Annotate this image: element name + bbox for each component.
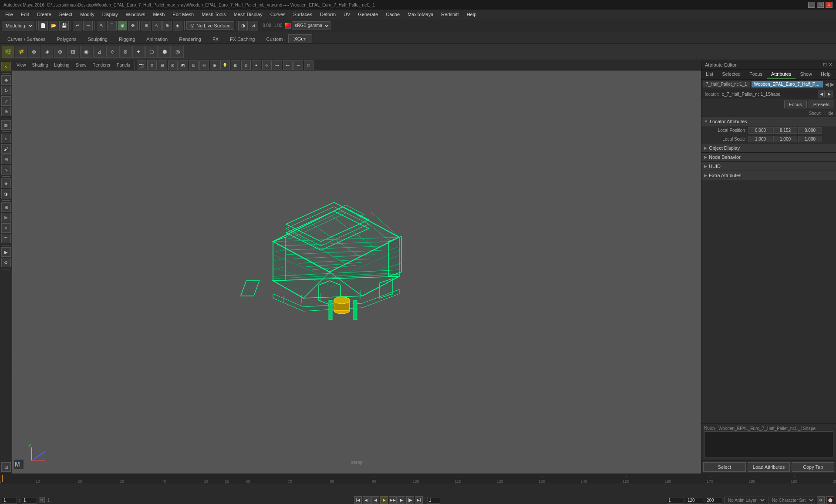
- select-tool-button[interactable]: ↖: [97, 21, 106, 30]
- shelf-tab-curves-surfaces[interactable]: Curves / Surfaces: [2, 35, 51, 43]
- shelf-icon-11[interactable]: ✦: [132, 46, 145, 58]
- timeline-ruler[interactable]: 1102030405055607080901001101201301401501…: [0, 474, 836, 484]
- presets-button[interactable]: Presets: [809, 101, 834, 108]
- render-button[interactable]: ▶: [1, 247, 11, 257]
- shelf-tab-fx[interactable]: FX: [207, 35, 224, 43]
- start-frame-input[interactable]: [22, 497, 37, 504]
- menu-generate[interactable]: Generate: [354, 10, 381, 19]
- prev-key-button[interactable]: ◀|: [363, 496, 371, 504]
- shelf-tab-rendering[interactable]: Rendering: [173, 35, 207, 43]
- clipping-button[interactable]: ⊷: [283, 60, 293, 70]
- viewport-icon-3[interactable]: ⊞: [158, 60, 167, 70]
- notes-textarea[interactable]: [704, 431, 833, 457]
- menu-mesh-tools[interactable]: Mesh Tools: [198, 10, 229, 19]
- play-button[interactable]: ▶: [380, 496, 388, 504]
- camera-settings-button[interactable]: ⚙: [147, 60, 157, 70]
- extra-button-1[interactable]: ⊡: [1, 462, 11, 472]
- grid-view-button[interactable]: ⊞: [1, 202, 11, 212]
- shelf-icon-8[interactable]: ⊿: [93, 46, 105, 58]
- menu-select[interactable]: Select: [56, 10, 76, 19]
- shelf-icon-10[interactable]: ⊛: [119, 46, 131, 58]
- attr-prev-button[interactable]: ◀: [825, 81, 829, 87]
- menu-surfaces[interactable]: Surfaces: [290, 10, 316, 19]
- local-position-x[interactable]: [748, 127, 772, 134]
- menu-maxtomaya[interactable]: MaxToMaya: [404, 10, 437, 19]
- menu-uv[interactable]: UV: [340, 10, 354, 19]
- shelf-tab-sculpting[interactable]: Sculpting: [82, 35, 113, 43]
- attr-tab-help[interactable]: Help: [816, 70, 835, 79]
- mode-dropdown[interactable]: Modeling: [2, 21, 34, 30]
- smooth-button[interactable]: ◎: [199, 60, 209, 70]
- lasso-select-button[interactable]: ⌒: [107, 21, 117, 30]
- node-behavior-section-header[interactable]: ▶ Node Behavior: [701, 153, 836, 162]
- viewport-canvas[interactable]: persp Z X Y M: [12, 71, 701, 474]
- right-panel-content[interactable]: ▼ Locator Attributes Local Position Loca…: [701, 117, 836, 423]
- viewport-renderer-menu[interactable]: Renderer: [90, 62, 113, 68]
- menu-curves[interactable]: Curves: [267, 10, 289, 19]
- hide-show-button[interactable]: ◑: [1, 189, 11, 198]
- maximize-button[interactable]: □: [817, 2, 824, 8]
- shelf-tab-fx-caching[interactable]: FX Caching: [224, 35, 260, 43]
- viewport-panels-menu[interactable]: Panels: [114, 62, 133, 68]
- focus-button[interactable]: Focus: [784, 101, 807, 108]
- shelf-icon-2[interactable]: 🌾: [15, 46, 27, 58]
- new-scene-button[interactable]: 📄: [38, 21, 48, 30]
- prev-frame-button[interactable]: ◀: [371, 496, 379, 504]
- wireframe-button[interactable]: ⊡: [189, 60, 199, 70]
- current-frame-input[interactable]: [2, 497, 17, 504]
- soft-mod-button[interactable]: ◍: [1, 120, 11, 130]
- cloth-button[interactable]: ⊟: [1, 155, 11, 164]
- range-end-input[interactable]: [686, 497, 703, 504]
- lighting-button[interactable]: 💡: [220, 60, 230, 70]
- shelf-icon-7[interactable]: ◉: [80, 46, 92, 58]
- anim-layer-dropdown[interactable]: No Anim Layer: [724, 497, 766, 504]
- local-position-y[interactable]: [773, 127, 797, 134]
- shelf-icon-13[interactable]: ⬢: [158, 46, 171, 58]
- channel-box-button[interactable]: ≡: [1, 223, 11, 233]
- menu-windows[interactable]: Windows: [122, 10, 149, 19]
- shelf-icon-1[interactable]: 🌿: [2, 46, 14, 58]
- color-swatch[interactable]: [285, 23, 291, 29]
- select-camera-button[interactable]: 📷: [137, 60, 146, 70]
- menu-file[interactable]: File: [2, 10, 17, 19]
- object-display-section-header[interactable]: ▶ Object Display: [701, 144, 836, 153]
- attr-editor-left-button[interactable]: ⊤: [1, 234, 11, 243]
- snap-curve-button[interactable]: ∿: [152, 21, 162, 30]
- menu-redshift[interactable]: Redshift: [438, 10, 462, 19]
- menu-edit-mesh[interactable]: Edit Mesh: [169, 10, 197, 19]
- viewport-view-menu[interactable]: View: [14, 62, 29, 68]
- menu-cache[interactable]: Cache: [382, 10, 403, 19]
- snap-surface-button[interactable]: ◈: [173, 21, 182, 30]
- attr-close-button[interactable]: ✕: [829, 62, 833, 67]
- attr-tab-list[interactable]: List: [701, 70, 718, 79]
- resolution-gate-button[interactable]: ⊸: [293, 60, 303, 70]
- attr-float-button[interactable]: ⊡: [823, 62, 827, 67]
- shelf-tab-animation[interactable]: Animation: [141, 35, 173, 43]
- move-tool-button[interactable]: ✥: [128, 21, 138, 30]
- extra-attributes-section-header[interactable]: ▶ Extra Attributes: [701, 171, 836, 180]
- attr-tab-selected[interactable]: Selected: [718, 70, 745, 79]
- playhead-indicator[interactable]: [2, 475, 3, 482]
- viewport-icon-4[interactable]: ⊠: [168, 60, 178, 70]
- locator-next-button[interactable]: ▶: [826, 91, 833, 97]
- shelf-tab-xgen[interactable]: XGen: [288, 34, 312, 43]
- range-start-input[interactable]: [667, 497, 684, 504]
- move-button[interactable]: ✥: [1, 75, 11, 85]
- minimize-button[interactable]: ─: [808, 2, 815, 8]
- hud-button[interactable]: ⊶: [273, 60, 282, 70]
- ao-button[interactable]: ●: [252, 60, 261, 70]
- hide-link[interactable]: Hide: [824, 111, 833, 116]
- paint-button[interactable]: 🖌: [1, 144, 11, 154]
- menu-edit[interactable]: Edit: [17, 10, 33, 19]
- shelf-tab-custom[interactable]: Custom: [261, 35, 289, 43]
- universal-manip-button[interactable]: ⊕: [1, 107, 11, 116]
- snap-grid-button[interactable]: ⊞: [142, 21, 151, 30]
- xray-button[interactable]: ⊚: [241, 60, 251, 70]
- attr-tab-attributes[interactable]: Attributes: [767, 70, 796, 79]
- toggle-display-button[interactable]: ⊿: [249, 21, 258, 30]
- construction-history-button[interactable]: ◑: [238, 21, 248, 30]
- node-name-main[interactable]: Wooden_EPAL_Euro_7_Half_Pallet_ncl1_1Sha…: [752, 81, 823, 87]
- close-button[interactable]: ✕: [826, 2, 833, 8]
- viewport-lighting-menu[interactable]: Lighting: [51, 62, 72, 68]
- local-scale-z[interactable]: [798, 136, 822, 142]
